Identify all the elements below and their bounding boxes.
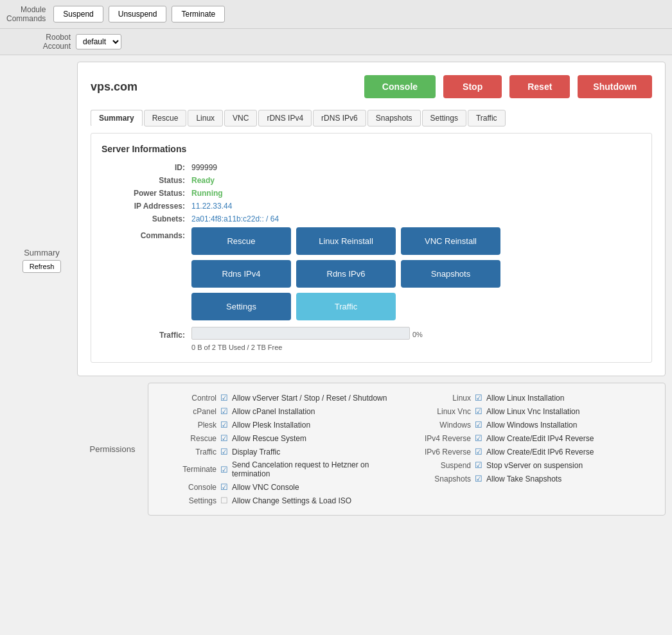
roobot-account-select[interactable]: default [76, 34, 121, 49]
perm-settings-label: Settings [159, 496, 217, 505]
perm-rescue-check: ☑ [220, 433, 228, 443]
power-value: Running [191, 189, 223, 198]
ip-value: 11.22.33.44 [191, 202, 232, 211]
perms-left: Control ☑ Allow vServer Start / Stop / R… [159, 391, 400, 507]
roobot-label: Roobot Account [6, 33, 71, 51]
progress-bar [191, 327, 410, 340]
module-commands-label: Module Commands [6, 5, 46, 23]
power-label: Power Status: [102, 189, 191, 198]
perm-terminate-text: Send Cancelation request to Hetzner on t… [232, 460, 400, 478]
perm-ipv4-reverse-label: IPv4 Reverse [413, 434, 471, 443]
perm-linux-vnc-check: ☑ [475, 406, 482, 416]
perm-suspend: Suspend ☑ Stop vServer on suspension [413, 458, 655, 472]
perm-ipv6-reverse-check: ☑ [475, 447, 482, 457]
traffic-row: Traffic: 0% 0 B of 2 TB Used / 2 TB Free [102, 327, 641, 352]
cmd-rdns-ipv4-button[interactable]: Rdns IPv4 [191, 260, 291, 288]
console-button[interactable]: Console [364, 75, 436, 98]
perm-console-label: Console [159, 483, 217, 492]
id-label: ID: [102, 163, 191, 172]
perm-snapshots: Snapshots ☑ Allow Take Snapshots [413, 472, 655, 485]
tab-rdns-ipv6[interactable]: rDNS IPv6 [313, 110, 366, 126]
perm-ipv4-reverse-check: ☑ [475, 433, 482, 443]
tab-traffic[interactable]: Traffic [468, 110, 506, 126]
suspend-button[interactable]: Suspend [53, 6, 103, 22]
permissions-sidebar-label: Permissions [90, 444, 136, 454]
info-row-status: Status: Ready [102, 176, 641, 185]
sidebar-summary-label: Summary [24, 248, 60, 257]
terminate-button[interactable]: Terminate [172, 6, 225, 22]
perm-snapshots-check: ☑ [475, 474, 482, 483]
perm-control: Control ☑ Allow vServer Start / Stop / R… [159, 391, 400, 404]
progress-percent: 0% [410, 328, 423, 341]
server-title: vps.com [91, 80, 357, 94]
cmd-settings-button[interactable]: Settings [191, 293, 291, 320]
perm-terminate-check: ☑ [220, 465, 228, 474]
tab-linux[interactable]: Linux [188, 110, 223, 126]
perm-plesk-label: Plesk [159, 421, 217, 430]
commands-row: Commands: Rescue Linux Reinstall VNC Rei… [102, 227, 641, 320]
traffic-detail: 0 B of 2 TB Used / 2 TB Free [191, 344, 282, 351]
perm-settings: Settings ☐ Allow Change Settings & Load … [159, 494, 400, 507]
perm-terminate-label: Terminate [159, 465, 217, 474]
commands-grid: Rescue Linux Reinstall VNC Reinstall Rdn… [191, 227, 500, 320]
perm-ipv4-reverse: IPv4 Reverse ☑ Allow Create/Edit IPv4 Re… [413, 431, 655, 445]
shutdown-button[interactable]: Shutdown [578, 75, 652, 98]
subnets-label: Subnets: [102, 214, 191, 223]
tab-rescue[interactable]: Rescue [144, 110, 187, 126]
perm-console: Console ☑ Allow VNC Console [159, 480, 400, 494]
refresh-button[interactable]: Refresh [22, 260, 62, 273]
reset-button[interactable]: Reset [509, 75, 570, 98]
tab-snapshots[interactable]: Snapshots [367, 110, 421, 126]
perm-suspend-check: ☑ [475, 460, 482, 470]
perm-plesk-text: Allow Plesk Installation [232, 421, 310, 430]
cmd-rdns-ipv6-button[interactable]: Rdns IPv6 [296, 260, 396, 288]
tab-settings[interactable]: Settings [422, 110, 466, 126]
perm-terminate: Terminate ☑ Send Cancelation request to … [159, 458, 400, 480]
info-section: Server Informations ID: 999999 Status: R… [91, 133, 652, 363]
perm-cpanel: cPanel ☑ Allow cPanel Installation [159, 404, 400, 418]
status-value: Ready [191, 176, 215, 185]
info-row-subnets: Subnets: 2a01:4f8:a11b:c22d:: / 64 [102, 214, 641, 223]
tab-vnc[interactable]: VNC [224, 110, 257, 126]
perm-linux-label: Linux [413, 394, 471, 403]
perm-traffic-check: ☑ [220, 447, 228, 457]
unsuspend-button[interactable]: Unsuspend [109, 6, 167, 22]
tab-summary[interactable]: Summary [91, 110, 143, 126]
cmd-linux-reinstall-button[interactable]: Linux Reinstall [296, 227, 396, 255]
perm-control-check: ☑ [220, 393, 228, 403]
perm-cpanel-check: ☑ [220, 406, 228, 416]
commands-label: Commands: [102, 227, 191, 320]
perm-windows-text: Allow Windows Installation [486, 421, 577, 430]
perm-ipv6-reverse: IPv6 Reverse ☑ Allow Create/Edit IPv6 Re… [413, 445, 655, 458]
id-value: 999999 [191, 163, 217, 172]
info-row-ip: IP Addresses: 11.22.33.44 [102, 202, 641, 211]
tab-rdns-ipv4[interactable]: rDNS IPv4 [258, 110, 312, 126]
perm-suspend-label: Suspend [413, 461, 471, 470]
permissions-wrapper: Permissions Control ☑ Allow vServer Star… [77, 383, 666, 516]
permissions-section: Control ☑ Allow vServer Start / Stop / R… [148, 383, 666, 516]
cmd-traffic-button[interactable]: Traffic [296, 293, 396, 320]
permissions-grid: Control ☑ Allow vServer Start / Stop / R… [159, 391, 655, 507]
stop-button[interactable]: Stop [443, 75, 502, 98]
server-card: vps.com Console Stop Reset Shutdown Summ… [77, 62, 666, 376]
cmd-rescue-button[interactable]: Rescue [191, 227, 291, 255]
server-header: vps.com Console Stop Reset Shutdown [91, 75, 652, 98]
traffic-info: 0% 0 B of 2 TB Used / 2 TB Free [191, 327, 641, 352]
ip-label: IP Addresses: [102, 202, 191, 211]
perm-linux-vnc-text: Allow Linux Vnc Installation [486, 407, 579, 416]
perm-console-text: Allow VNC Console [232, 483, 299, 492]
perm-rescue: Rescue ☑ Allow Rescue System [159, 431, 400, 445]
perm-traffic: Traffic ☑ Display Traffic [159, 445, 400, 458]
perm-ipv6-reverse-text: Allow Create/Edit IPv6 Reverse [486, 448, 594, 457]
cmd-snapshots-button[interactable]: Snapshots [401, 260, 500, 288]
perm-windows: Windows ☑ Allow Windows Installation [413, 418, 655, 431]
perm-rescue-label: Rescue [159, 434, 217, 443]
cmd-vnc-reinstall-button[interactable]: VNC Reinstall [401, 227, 500, 255]
status-label: Status: [102, 176, 191, 185]
perm-plesk-check: ☑ [220, 420, 228, 430]
info-row-id: ID: 999999 [102, 163, 641, 172]
perm-settings-text: Allow Change Settings & Load ISO [232, 496, 351, 505]
perm-settings-check: ☐ [220, 496, 228, 505]
perm-linux-check: ☑ [475, 393, 482, 403]
perm-cpanel-label: cPanel [159, 407, 217, 416]
